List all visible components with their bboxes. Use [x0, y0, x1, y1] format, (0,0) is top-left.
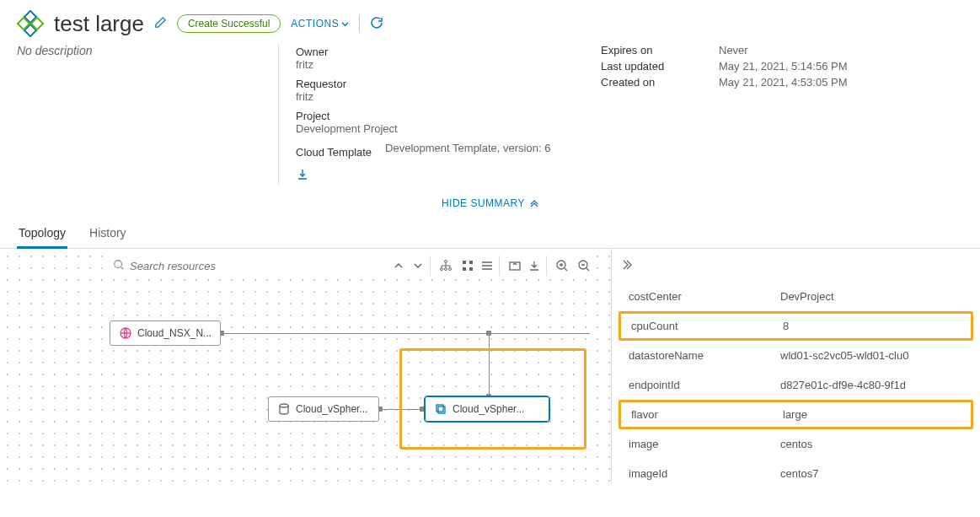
- fit-screen-icon[interactable]: [505, 256, 525, 276]
- expires-value: Never: [719, 44, 748, 57]
- actions-menu[interactable]: ACTIONS: [291, 18, 349, 30]
- property-row: cpuCount8: [619, 311, 973, 341]
- details-panel: costCenterDevProjectcpuCount8datastoreNa…: [611, 249, 980, 483]
- property-row: imagecentos: [612, 429, 980, 459]
- updated-value: May 21, 2021, 5:14:56 PM: [719, 60, 847, 73]
- property-value: d827e01c-df9e-4c80-9f1d: [780, 379, 906, 391]
- property-value: centos7: [780, 467, 819, 480]
- search-input[interactable]: [130, 260, 272, 272]
- description: No description: [17, 44, 253, 184]
- property-value: large: [783, 408, 807, 421]
- property-key: flavor: [631, 408, 783, 421]
- svg-point-4: [115, 260, 122, 267]
- property-key: costCenter: [629, 290, 780, 303]
- disk-icon: [277, 402, 291, 416]
- project-label: Project: [296, 110, 576, 122]
- property-value: 8: [783, 320, 789, 332]
- svg-point-6: [441, 268, 443, 271]
- updated-label: Last updated: [601, 60, 685, 73]
- deployment-logo-icon: [17, 10, 44, 37]
- chevron-up-icon[interactable]: [388, 256, 409, 276]
- expires-label: Expires on: [601, 44, 685, 57]
- divider: [359, 14, 360, 33]
- svg-point-8: [449, 268, 452, 271]
- hide-summary-toggle[interactable]: HIDE SUMMARY: [0, 192, 980, 219]
- search-icon: [113, 259, 125, 273]
- refresh-icon[interactable]: [370, 16, 383, 32]
- node-disk[interactable]: Cloud_vSpher...: [268, 396, 379, 422]
- svg-rect-9: [463, 261, 466, 264]
- node-machine[interactable]: Cloud_vSpher...: [425, 396, 549, 422]
- property-row: costCenterDevProject: [612, 282, 980, 311]
- svg-rect-11: [463, 267, 466, 271]
- property-row: endpointIdd827e01c-df9e-4c80-9f1d: [612, 370, 980, 400]
- requestor-value: fritz: [296, 90, 576, 103]
- owner-value: fritz: [296, 58, 576, 71]
- created-value: May 21, 2021, 4:53:05 PM: [719, 76, 847, 89]
- download-icon[interactable]: [296, 168, 576, 184]
- property-row: imageIdcentos7: [612, 459, 980, 483]
- property-key: endpointId: [629, 379, 780, 391]
- layout-list-icon[interactable]: [479, 256, 500, 276]
- layout-grid-icon[interactable]: [458, 256, 478, 276]
- zoom-out-icon[interactable]: [574, 256, 594, 276]
- node-disk-label: Cloud_vSpher...: [296, 403, 367, 415]
- cloud-template-label: Cloud Template: [296, 146, 372, 159]
- created-label: Created on: [601, 76, 685, 89]
- node-nsx[interactable]: Cloud_NSX_N...: [110, 320, 221, 346]
- property-row: datastoreNamewld01-sc2vc05-wld01-clu0: [612, 341, 980, 370]
- machine-icon: [434, 402, 447, 416]
- svg-point-17: [280, 404, 288, 407]
- property-value: DevProject: [780, 290, 834, 303]
- status-badge: Create Successful: [177, 14, 281, 33]
- download-canvas-icon[interactable]: [527, 256, 547, 276]
- chevron-down-icon[interactable]: [410, 256, 431, 276]
- node-machine-label: Cloud_vSpher...: [453, 403, 524, 415]
- topology-canvas[interactable]: Cloud_NSX_N... Cloud_vSpher... Cloud_vSp…: [0, 249, 611, 483]
- owner-label: Owner: [296, 46, 576, 58]
- property-key: image: [629, 438, 780, 450]
- property-key: cpuCount: [631, 320, 783, 332]
- svg-point-5: [445, 261, 447, 263]
- svg-rect-19: [438, 407, 445, 413]
- property-value: centos: [780, 438, 812, 450]
- deployment-title: test large: [54, 11, 144, 37]
- cloud-template-value: Development Template, version: 6: [385, 142, 550, 154]
- network-icon: [119, 326, 132, 340]
- property-key: datastoreName: [629, 349, 780, 362]
- svg-rect-10: [469, 261, 473, 264]
- tab-topology[interactable]: Topology: [17, 219, 67, 249]
- property-row: flavorlarge: [619, 400, 973, 429]
- svg-rect-12: [469, 267, 473, 271]
- requestor-label: Requestor: [296, 78, 576, 90]
- tab-history[interactable]: History: [88, 219, 128, 248]
- collapse-panel-icon[interactable]: [612, 257, 980, 282]
- project-value: Development Project: [296, 122, 576, 135]
- layout-tree-icon[interactable]: [436, 256, 456, 276]
- zoom-in-icon[interactable]: [552, 256, 572, 276]
- property-value: wld01-sc2vc05-wld01-clu0: [780, 349, 908, 362]
- property-key: imageId: [629, 467, 780, 480]
- node-nsx-label: Cloud_NSX_N...: [137, 327, 212, 339]
- svg-rect-18: [436, 405, 443, 412]
- svg-point-7: [445, 268, 447, 271]
- edit-icon[interactable]: [154, 16, 167, 31]
